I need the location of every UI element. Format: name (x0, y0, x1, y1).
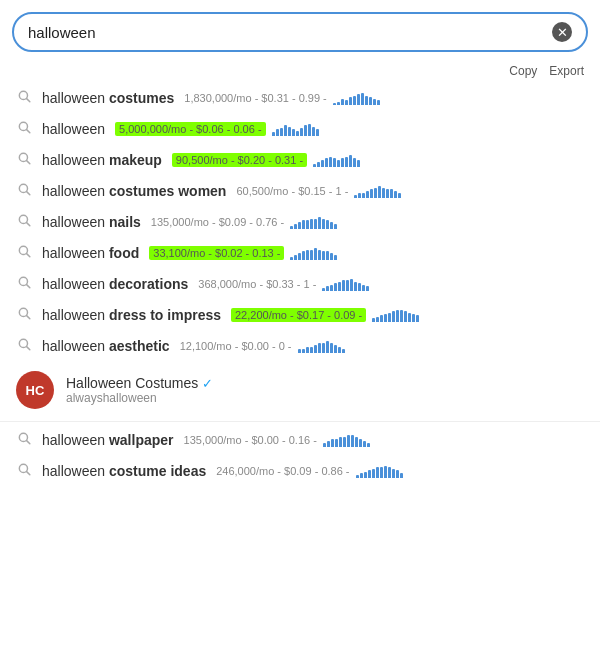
meta-info: 246,000/mo - $0.09 - 0.86 - (216, 464, 402, 478)
highlight-badge: 22,200/mo - $0.17 - 0.09 - (231, 308, 366, 322)
svg-line-15 (27, 316, 30, 319)
meta-info: 33,100/mo - $0.02 - 0.13 - (149, 246, 337, 260)
meta-info: 1,830,000/mo - $0.31 - 0.99 - (184, 91, 379, 105)
meta-info: 368,000/mo - $0.33 - 1 - (198, 277, 369, 291)
list-item[interactable]: halloween costumes women60,500/mo - $0.1… (0, 175, 600, 206)
meta-text: 246,000/mo - $0.09 - 0.86 - (216, 465, 349, 477)
bar-chart (272, 122, 319, 136)
svg-line-5 (27, 161, 30, 164)
bar-chart (356, 464, 403, 478)
meta-info: 135,000/mo - $0.09 - 0.76 - (151, 215, 337, 229)
meta-info: 22,200/mo - $0.17 - 0.09 - (231, 308, 419, 322)
search-icon (16, 151, 32, 168)
meta-text: 12,100/mo - $0.00 - 0 - (180, 340, 292, 352)
meta-info: 90,500/mo - $0.20 - 0.31 - (172, 153, 360, 167)
search-icon (16, 306, 32, 323)
meta-text: 1,830,000/mo - $0.31 - 0.99 - (184, 92, 326, 104)
result-text: halloween aesthetic (42, 338, 170, 354)
list-item[interactable]: halloween costume ideas246,000/mo - $0.0… (0, 455, 600, 486)
export-link[interactable]: Export (549, 64, 584, 78)
result-text: halloween decorations (42, 276, 188, 292)
bar-chart (333, 91, 380, 105)
search-icon (16, 120, 32, 137)
verified-icon: ✓ (202, 376, 213, 391)
list-item[interactable]: halloween dress to impress22,200/mo - $0… (0, 299, 600, 330)
search-icon (16, 182, 32, 199)
search-icon (16, 275, 32, 292)
bar-chart (313, 153, 360, 167)
brand-item[interactable]: HCHalloween Costumes ✓alwayshalloween (0, 361, 600, 419)
svg-line-19 (27, 441, 30, 444)
svg-line-17 (27, 347, 30, 350)
meta-text: 135,000/mo - $0.00 - 0.16 - (184, 434, 317, 446)
meta-text: 135,000/mo - $0.09 - 0.76 - (151, 216, 284, 228)
actions-row: Copy Export (0, 62, 600, 82)
svg-line-9 (27, 223, 30, 226)
brand-name: Halloween Costumes ✓ (66, 375, 213, 391)
bar-chart (322, 277, 369, 291)
list-item[interactable]: halloween costumes1,830,000/mo - $0.31 -… (0, 82, 600, 113)
result-text: halloween costume ideas (42, 463, 206, 479)
list-item[interactable]: halloween5,000,000/mo - $0.06 - 0.06 - (0, 113, 600, 144)
brand-avatar: HC (16, 371, 54, 409)
highlight-badge: 5,000,000/mo - $0.06 - 0.06 - (115, 122, 265, 136)
bar-chart (290, 246, 337, 260)
search-icon (16, 244, 32, 261)
meta-info: 135,000/mo - $0.00 - 0.16 - (184, 433, 370, 447)
meta-text: 60,500/mo - $0.15 - 1 - (236, 185, 348, 197)
search-bar-container: ✕ Copy Export (0, 0, 600, 82)
result-text: halloween (42, 121, 105, 137)
search-icon (16, 337, 32, 354)
svg-line-21 (27, 472, 30, 475)
search-icon (16, 462, 32, 479)
meta-text: 368,000/mo - $0.33 - 1 - (198, 278, 316, 290)
svg-line-3 (27, 130, 30, 133)
results-list: halloween costumes1,830,000/mo - $0.31 -… (0, 82, 600, 361)
list-item[interactable]: halloween decorations368,000/mo - $0.33 … (0, 268, 600, 299)
brand-handle: alwayshalloween (66, 391, 213, 405)
list-item[interactable]: halloween wallpaper135,000/mo - $0.00 - … (0, 424, 600, 455)
svg-line-1 (27, 99, 30, 102)
highlight-badge: 33,100/mo - $0.02 - 0.13 - (149, 246, 284, 260)
result-text: halloween costumes (42, 90, 174, 106)
brand-info: Halloween Costumes ✓alwayshalloween (66, 375, 213, 405)
clear-button[interactable]: ✕ (552, 22, 572, 42)
svg-line-7 (27, 192, 30, 195)
highlight-badge: 90,500/mo - $0.20 - 0.31 - (172, 153, 307, 167)
search-bar: ✕ (0, 0, 600, 62)
result-text: halloween makeup (42, 152, 162, 168)
bar-chart (290, 215, 337, 229)
more-results-list: halloween wallpaper135,000/mo - $0.00 - … (0, 424, 600, 486)
list-item[interactable]: halloween makeup90,500/mo - $0.20 - 0.31… (0, 144, 600, 175)
meta-info: 12,100/mo - $0.00 - 0 - (180, 339, 345, 353)
result-text: halloween food (42, 245, 139, 261)
result-text: halloween nails (42, 214, 141, 230)
meta-info: 60,500/mo - $0.15 - 1 - (236, 184, 401, 198)
search-icon (16, 89, 32, 106)
bar-chart (354, 184, 401, 198)
search-icon (16, 431, 32, 448)
svg-line-11 (27, 254, 30, 257)
list-item[interactable]: halloween nails135,000/mo - $0.09 - 0.76… (0, 206, 600, 237)
search-icon (16, 213, 32, 230)
list-item[interactable]: halloween food33,100/mo - $0.02 - 0.13 - (0, 237, 600, 268)
copy-link[interactable]: Copy (509, 64, 537, 78)
svg-line-13 (27, 285, 30, 288)
result-text: halloween dress to impress (42, 307, 221, 323)
list-item[interactable]: halloween aesthetic12,100/mo - $0.00 - 0… (0, 330, 600, 361)
search-input[interactable] (28, 24, 544, 41)
meta-info: 5,000,000/mo - $0.06 - 0.06 - (115, 122, 318, 136)
result-text: halloween costumes women (42, 183, 226, 199)
bar-chart (298, 339, 345, 353)
bar-chart (323, 433, 370, 447)
result-text: halloween wallpaper (42, 432, 174, 448)
bar-chart (372, 308, 419, 322)
